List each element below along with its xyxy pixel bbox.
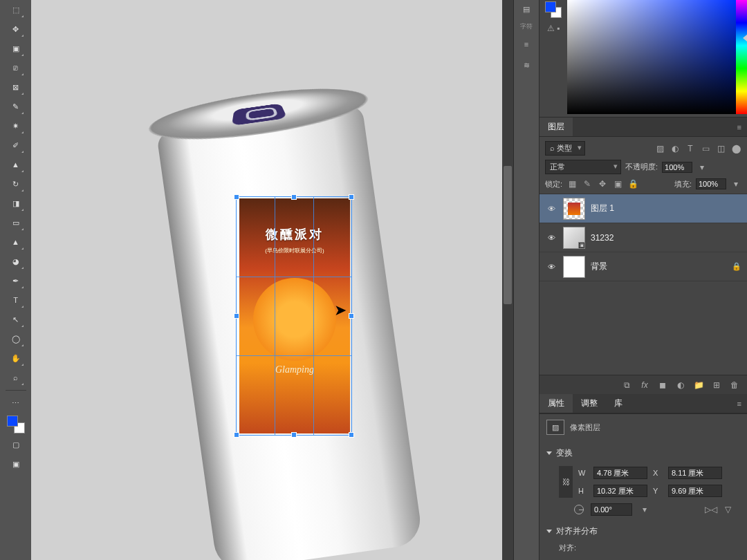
trash-icon[interactable]: 🗑 (729, 380, 740, 390)
width-input[interactable] (593, 467, 647, 479)
align-section-header[interactable]: 对齐并分布 (546, 521, 740, 541)
transform-handle-tl[interactable] (234, 194, 239, 200)
tool-zoom[interactable]: ⌕ (8, 369, 24, 386)
layer-name[interactable]: 图层 1 (591, 203, 614, 214)
lock-transparency-icon[interactable]: ▦ (566, 178, 578, 189)
transform-handle-br[interactable] (349, 432, 354, 438)
lock-all-icon[interactable]: 🔒 (627, 178, 638, 189)
scrollbar-thumb[interactable] (504, 166, 512, 304)
foreground-color-swatch[interactable] (7, 416, 18, 427)
tool-dodge[interactable]: ◕ (8, 253, 24, 270)
vertical-scrollbar[interactable] (502, 0, 513, 560)
layer-thumbnail[interactable] (563, 198, 585, 220)
layer-name[interactable]: 背景 (591, 261, 607, 272)
filter-type-icon[interactable]: T (685, 143, 696, 154)
angle-input[interactable] (591, 503, 632, 516)
screen-mode-icon[interactable]: ▣ (8, 456, 24, 472)
canvas-area[interactable]: 微醺派对 (早鸟价限时联展分公司) Glamping ➤ (31, 0, 513, 560)
blend-mode-select[interactable]: 正常 (545, 160, 621, 174)
layer-row[interactable]: 👁 背景 🔒 (540, 252, 747, 281)
layer-name[interactable]: 31232 (591, 233, 614, 243)
filter-smart-icon[interactable]: ◫ (715, 143, 726, 154)
adjustment-layer-icon[interactable]: ◐ (675, 380, 686, 390)
dock-paragraph-icon[interactable]: ≡ (519, 37, 534, 52)
dock-options-icon[interactable]: ≋ (519, 57, 534, 73)
dock-character-label[interactable]: 字符 (520, 22, 533, 31)
transform-handle-tm[interactable] (291, 194, 297, 200)
filter-shape-icon[interactable]: ▭ (700, 143, 711, 154)
hue-slider[interactable] (736, 0, 747, 114)
tab-layers[interactable]: 图层 (540, 118, 573, 136)
tool-eyedropper[interactable]: ✎ (8, 98, 24, 115)
color-panel-swatch[interactable] (545, 1, 562, 18)
tool-blur[interactable]: ▲ (8, 234, 24, 250)
tool-path-select[interactable]: ↖ (8, 311, 24, 328)
dock-history-icon[interactable]: ▤ (519, 1, 534, 17)
gamut-warning-icon[interactable]: ⚠ ▪ (547, 24, 560, 33)
tool-pen[interactable]: ✒ (8, 272, 24, 289)
fill-input[interactable] (696, 178, 726, 189)
lock-position-icon[interactable]: ✥ (597, 178, 608, 189)
mask-icon[interactable]: ◼ (657, 380, 668, 390)
y-input[interactable] (668, 485, 722, 497)
new-layer-icon[interactable]: ⊞ (711, 380, 722, 390)
link-wh-icon[interactable]: ⛓ (559, 466, 573, 498)
transform-handle-ml[interactable] (234, 313, 239, 319)
link-layers-icon[interactable]: ⧉ (621, 380, 632, 390)
tool-eraser[interactable]: ◨ (8, 195, 24, 212)
tool-crop[interactable]: ⎚ (8, 59, 24, 76)
x-input[interactable] (668, 467, 722, 479)
opacity-dropdown-icon[interactable]: ▾ (697, 162, 708, 173)
tool-stamp[interactable]: ▲ (8, 156, 24, 173)
tab-adjust[interactable]: 调整 (573, 394, 606, 413)
transform-handle-mr[interactable] (349, 313, 354, 319)
document-canvas[interactable]: 微醺派对 (早鸟价限时联展分公司) Glamping ➤ (31, 0, 513, 560)
fill-dropdown-icon[interactable]: ▾ (730, 178, 741, 189)
flip-vertical-icon[interactable]: ▽ (722, 504, 733, 515)
fx-icon[interactable]: fx (639, 380, 650, 390)
layer-thumbnail[interactable]: ▣ (563, 227, 585, 249)
transform-handle-tr[interactable] (349, 194, 354, 200)
angle-dropdown-icon[interactable]: ▾ (639, 504, 650, 515)
group-icon[interactable]: 📁 (693, 380, 704, 390)
tool-type[interactable]: T (8, 292, 24, 308)
filter-image-icon[interactable]: ▨ (654, 143, 665, 154)
layer-thumbnail[interactable] (563, 256, 585, 278)
quick-mask-icon[interactable]: ▢ (8, 436, 24, 453)
tool-edit-toolbar[interactable]: ⋯ (8, 395, 24, 411)
tool-hand[interactable]: ✋ (8, 350, 24, 366)
visibility-toggle-icon[interactable]: 👁 (545, 263, 557, 271)
layer-row[interactable]: 👁 图层 1 (540, 194, 747, 223)
tab-properties[interactable]: 属性 (540, 394, 573, 413)
height-input[interactable] (593, 485, 647, 497)
foreground-background-colors[interactable] (7, 416, 25, 433)
visibility-toggle-icon[interactable]: 👁 (545, 205, 557, 213)
lock-paint-icon[interactable]: ✎ (582, 178, 593, 189)
color-field[interactable] (567, 0, 736, 114)
tool-lasso[interactable]: ✥ (8, 21, 24, 37)
tool-healing[interactable]: ✷ (8, 118, 24, 134)
tool-brush[interactable]: ✐ (8, 137, 24, 153)
filter-toggle-icon[interactable]: ⬤ (730, 143, 741, 154)
tool-ellipse[interactable]: ◯ (8, 330, 24, 347)
layers-panel-menu-icon[interactable]: ≡ (732, 123, 747, 131)
tool-frame[interactable]: ⊠ (8, 79, 24, 95)
transform-section-header[interactable]: 变换 (546, 443, 740, 463)
transform-handle-bl[interactable] (234, 432, 239, 438)
visibility-toggle-icon[interactable]: 👁 (545, 234, 557, 242)
lock-icon[interactable]: 🔒 (732, 262, 741, 271)
tool-history-brush[interactable]: ↻ (8, 176, 24, 192)
hue-slider-handle[interactable] (743, 35, 747, 41)
lock-artboard-icon[interactable]: ▣ (612, 178, 623, 189)
filter-adjust-icon[interactable]: ◐ (670, 143, 681, 154)
opacity-input[interactable] (662, 162, 692, 173)
properties-panel-menu-icon[interactable]: ≡ (732, 400, 747, 408)
layer-filter-type[interactable]: ⌕ 类型 (545, 141, 585, 156)
transform-handle-bm[interactable] (291, 432, 297, 438)
tool-gradient[interactable]: ▭ (8, 214, 24, 231)
tool-marquee[interactable]: ⬚ (8, 1, 24, 18)
tab-library[interactable]: 库 (606, 394, 631, 413)
flip-horizontal-icon[interactable]: ▷◁ (706, 504, 717, 515)
tool-object-select[interactable]: ▣ (8, 40, 24, 57)
layer-row[interactable]: 👁 ▣ 31232 (540, 223, 747, 252)
